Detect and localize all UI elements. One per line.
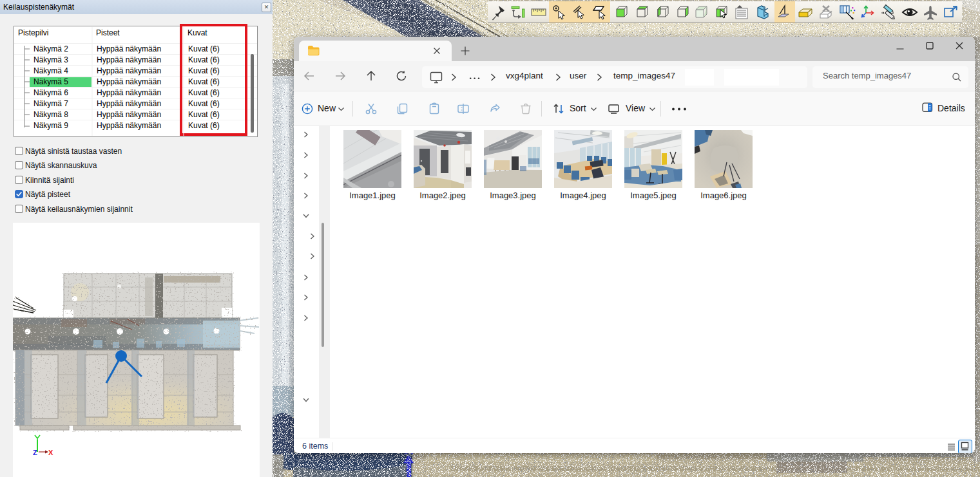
svg-text:X: X [48, 449, 53, 456]
svg-text:Z: Z [33, 449, 37, 456]
